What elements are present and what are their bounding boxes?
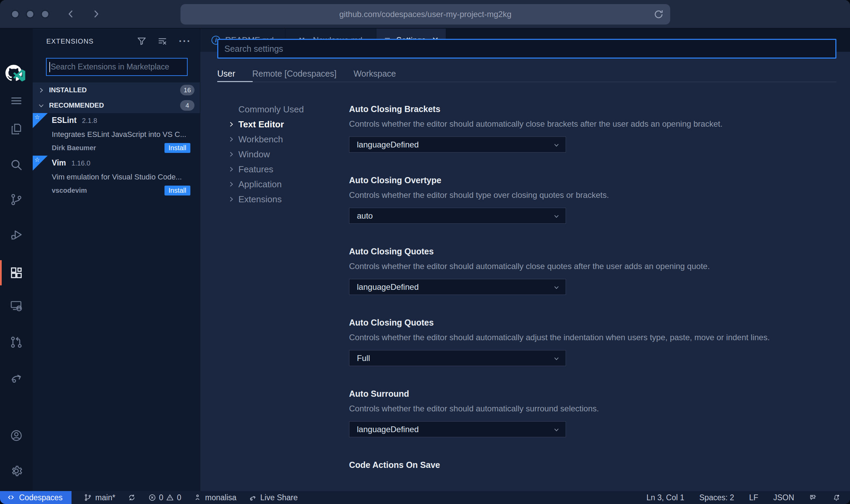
toc-label: Workbench: [238, 134, 283, 145]
install-button[interactable]: Install: [164, 186, 190, 195]
feedback-icon[interactable]: [809, 493, 817, 502]
setting-description: Controls whether the editor should autom…: [349, 261, 836, 271]
toc-label: Text Editor: [238, 119, 284, 130]
explorer-icon[interactable]: [0, 118, 33, 140]
toc-application[interactable]: Application: [227, 177, 340, 192]
toc-commonly-used[interactable]: Commonly Used: [227, 102, 340, 117]
setting-title: Code Actions On Save: [349, 460, 836, 470]
install-button[interactable]: Install: [164, 143, 190, 153]
star-icon: ☆: [34, 156, 40, 163]
error-icon: [148, 493, 156, 502]
chevron-right-icon: [227, 136, 235, 143]
toc-text-editor[interactable]: Text Editor: [227, 117, 340, 132]
setting-description: Controls whether the editor should autom…: [349, 404, 836, 414]
extension-version: 1.16.0: [72, 159, 91, 167]
sync-button[interactable]: [128, 493, 136, 502]
address-bar[interactable]: github.com/codespaces/user-my-project-mg…: [180, 4, 670, 25]
setting-dropdown[interactable]: languageDefined: [349, 421, 566, 437]
dropdown-value: auto: [349, 211, 373, 221]
setting-auto-closing-quotes: Auto Closing Quotes Controls whether the…: [349, 246, 836, 295]
problems-indicator[interactable]: 0 0: [148, 493, 182, 502]
menu-icon[interactable]: [0, 90, 33, 112]
extension-name: Vim: [52, 158, 66, 168]
activity-bar: [0, 29, 33, 491]
live-share-button[interactable]: Live Share: [249, 493, 298, 502]
setting-description: Controls whether the editor should autom…: [349, 332, 836, 343]
back-button[interactable]: [66, 9, 76, 19]
sidebar-title: EXTENSIONS: [46, 37, 94, 45]
scope-remote[interactable]: Remote [Codespaces]: [252, 69, 336, 79]
clear-extensions-input-icon[interactable]: [158, 36, 168, 46]
scope-user[interactable]: User: [217, 69, 235, 79]
extension-item-vim[interactable]: ☆ Vim 1.16.0 Vim emulation for Visual St…: [33, 156, 200, 197]
toc-label: Window: [238, 149, 270, 160]
editor-area: i README.md M↓ NewIssue.md Settings ✕ Us…: [200, 29, 850, 491]
indentation-indicator[interactable]: Spaces: 2: [699, 493, 734, 502]
section-label: RECOMMENDED: [49, 101, 104, 109]
notifications-bell-icon[interactable]: [832, 493, 840, 502]
extensions-search-input[interactable]: [50, 62, 187, 72]
setting-dropdown[interactable]: languageDefined: [349, 137, 566, 153]
settings-gear-icon[interactable]: [0, 460, 33, 482]
github-codespaces-logo-icon[interactable]: [5, 65, 27, 85]
filter-icon[interactable]: [137, 36, 147, 46]
run-and-debug-icon[interactable]: [0, 224, 33, 246]
installed-count-badge: 16: [180, 85, 194, 95]
chevron-down-icon: [37, 102, 45, 109]
codespaces-remote-button[interactable]: Codespaces: [0, 491, 72, 504]
setting-description: Controls whether the editor should autom…: [349, 119, 836, 129]
dropdown-value: languageDefined: [349, 140, 419, 149]
cursor-position[interactable]: Ln 3, Col 1: [646, 493, 684, 502]
settings-search-input[interactable]: [218, 44, 835, 54]
more-actions-icon[interactable]: ···: [179, 38, 191, 45]
browser-chrome: github.com/codespaces/user-my-project-mg…: [0, 0, 850, 29]
window-controls: [11, 10, 49, 18]
extension-item-eslint[interactable]: ☆ ESLint 2.1.8 Integrates ESLint JavaScr…: [33, 113, 200, 154]
setting-dropdown[interactable]: languageDefined: [349, 279, 566, 295]
section-label: INSTALLED: [49, 86, 87, 94]
window-minimize-button[interactable]: [26, 10, 34, 18]
chevron-down-icon: [553, 355, 560, 362]
eol-indicator[interactable]: LF: [749, 493, 758, 502]
user-indicator[interactable]: monalisa: [193, 493, 236, 502]
dropdown-value: languageDefined: [349, 282, 419, 292]
scope-workspace[interactable]: Workspace: [353, 69, 396, 79]
warning-icon: [166, 493, 174, 502]
codespaces-label: Codespaces: [19, 493, 63, 502]
account-icon[interactable]: [0, 425, 33, 446]
pull-requests-icon[interactable]: [0, 331, 33, 353]
extensions-icon[interactable]: [0, 262, 33, 284]
window-close-button[interactable]: [11, 10, 19, 18]
window-zoom-button[interactable]: [41, 10, 49, 18]
setting-auto-surround: Auto Surround Controls whether the edito…: [349, 389, 836, 437]
chevron-right-icon: [227, 121, 235, 128]
section-installed[interactable]: INSTALLED 16: [33, 82, 200, 98]
setting-dropdown[interactable]: auto: [349, 208, 566, 224]
language-mode[interactable]: JSON: [773, 493, 794, 502]
toc-window[interactable]: Window: [227, 147, 340, 162]
recommended-count-badge: 4: [180, 100, 194, 111]
branch-name: main*: [95, 493, 115, 502]
search-icon[interactable]: [0, 154, 33, 176]
branch-indicator[interactable]: main*: [84, 493, 115, 502]
toc-workbench[interactable]: Workbench: [227, 132, 340, 147]
forward-button[interactable]: [91, 9, 101, 19]
setting-dropdown[interactable]: Full: [349, 350, 566, 366]
settings-search-box[interactable]: [217, 39, 836, 59]
remote-explorer-icon[interactable]: [0, 295, 33, 317]
toc-features[interactable]: Features: [227, 162, 340, 177]
chevron-down-icon: [553, 426, 560, 434]
refresh-icon[interactable]: [653, 9, 664, 20]
chevron-down-icon: [553, 141, 560, 149]
remote-icon: [7, 493, 15, 502]
active-view-indicator: [0, 260, 2, 285]
live-share-icon[interactable]: [0, 366, 33, 388]
toc-extensions[interactable]: Extensions: [227, 192, 340, 207]
chevron-right-icon: [227, 151, 235, 158]
extensions-search-box[interactable]: [46, 58, 188, 76]
extension-version: 2.1.8: [82, 117, 97, 125]
setting-auto-indent: Auto Closing Quotes Controls whether the…: [349, 317, 836, 366]
setting-code-actions-on-save: Code Actions On Save: [349, 460, 836, 470]
source-control-icon[interactable]: [0, 189, 33, 210]
section-recommended[interactable]: RECOMMENDED 4: [33, 98, 200, 113]
